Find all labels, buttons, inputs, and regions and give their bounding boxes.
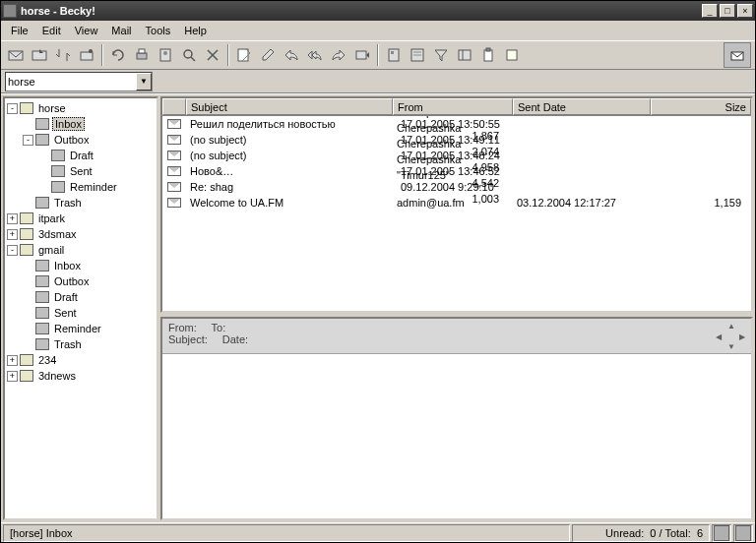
address-button[interactable] [155,44,176,66]
send-receive-button[interactable] [52,44,74,66]
col-subject[interactable]: Subject [186,98,393,115]
expand-toggle[interactable]: + [7,371,18,382]
message-row[interactable]: Welcome to UA.FMadmin@ua.fm03.12.2004 12… [162,195,751,211]
col-from[interactable]: From [393,98,513,115]
view-button[interactable] [454,44,475,66]
tree-item[interactable]: Reminder [7,321,155,336]
send-button[interactable] [29,44,50,66]
folder-icon [51,181,65,193]
tree-label: Inbox [52,117,85,131]
tree-item[interactable]: Draft [7,148,155,163]
maximize-button[interactable]: □ [720,4,735,18]
tree-item[interactable]: +3dnews [7,368,155,384]
main-area: -horseInbox-OutboxDraftSentReminderTrash… [1,93,755,522]
tree-item[interactable]: +234 [7,352,155,368]
tree-item[interactable]: Inbox [7,258,155,273]
nav-diamond[interactable]: ▲ ▼ ◀ ▶ [716,322,745,351]
expand-toggle [38,182,49,193]
tree-item[interactable]: +itpark [7,211,155,226]
preview-body [162,354,751,518]
message-row[interactable]: Re: shag"Timur125" 09.12.2004 9:29:101,0… [162,179,751,195]
tree-label: Sent [68,165,94,177]
tree-item[interactable]: Sent [7,305,155,321]
tree-label: Inbox [52,260,83,272]
svg-rect-15 [391,51,394,54]
expand-toggle [38,166,49,177]
menu-view[interactable]: View [69,23,104,38]
tree-item[interactable]: Reminder [7,179,155,195]
status-icon-2[interactable] [733,524,753,542]
tree-item[interactable]: Trash [7,195,155,211]
envelope-icon [162,119,186,129]
print-button[interactable] [131,44,153,66]
tree-item[interactable]: +3dsmax [7,226,155,242]
svg-rect-2 [81,52,93,60]
menu-edit[interactable]: Edit [36,23,67,38]
account-combo[interactable]: horse ▼ [5,72,153,91]
find-button[interactable] [178,44,200,66]
svg-rect-5 [139,49,145,53]
expand-toggle[interactable]: + [7,229,18,240]
cell-subject: (no subject) [186,150,393,161]
preview-header: From: To: Subject: Date: ▲ ▼ ◀ ▶ [162,319,751,354]
svg-point-7 [163,51,167,55]
svg-rect-19 [459,50,471,60]
expand-toggle [23,261,33,272]
tree-item[interactable]: Draft [7,289,155,305]
note-button[interactable] [501,44,523,66]
envelope-icon [162,151,186,160]
menu-help[interactable]: Help [178,23,213,38]
col-sort[interactable] [162,98,186,115]
tree-label: 234 [36,354,58,366]
tree-item[interactable]: Trash [7,336,155,352]
refresh-button[interactable] [107,44,129,66]
tree-item[interactable]: Inbox [7,116,155,132]
template-button[interactable] [407,44,428,66]
attach-button[interactable] [477,44,499,66]
check-mail-button[interactable] [5,44,27,66]
preview-from-label: From: [168,322,197,333]
reply-button[interactable] [281,44,302,66]
chevron-down-icon[interactable]: ▼ [136,73,152,90]
expand-toggle [23,276,33,287]
forward-button[interactable] [328,44,349,66]
logo-button[interactable] [724,42,751,68]
expand-toggle[interactable]: + [7,213,18,224]
tree-item[interactable]: -horse [7,100,155,116]
expand-toggle[interactable]: + [7,355,18,366]
col-size[interactable]: Size [651,98,751,115]
cell-subject: Решил поделиться новостью [186,118,393,130]
expand-toggle[interactable]: - [23,135,33,146]
edit-button[interactable] [257,44,279,66]
app-icon [3,4,17,18]
delete-button[interactable] [202,44,223,66]
folder-icon [35,291,49,303]
flag-button[interactable] [383,44,405,66]
remote-button[interactable] [76,44,97,66]
expand-toggle[interactable]: - [7,103,18,114]
svg-point-3 [89,49,93,53]
tree-item[interactable]: -gmail [7,242,155,258]
col-date[interactable]: Sent Date [513,98,651,115]
title-bar[interactable]: horse - Becky! _ □ × [1,1,755,21]
window-title: horse - Becky! [21,5,700,17]
message-list[interactable]: Subject From Sent Date Size Решил подели… [160,96,753,313]
tree-item[interactable]: Sent [7,163,155,179]
cell-subject: Ново&… [186,165,393,177]
folder-tree[interactable]: -horseInbox-OutboxDraftSentReminderTrash… [3,96,158,520]
expand-toggle[interactable]: - [7,245,18,256]
filter-button[interactable] [430,44,452,66]
minimize-button[interactable]: _ [702,4,718,18]
tree-item[interactable]: -Outbox [7,132,155,148]
compose-button[interactable] [233,44,255,66]
tree-item[interactable]: Outbox [7,273,155,289]
svg-rect-4 [137,53,147,59]
close-button[interactable]: × [737,4,753,18]
menu-file[interactable]: File [5,23,34,38]
reply-all-button[interactable] [304,44,326,66]
menu-tools[interactable]: Tools [140,23,177,38]
menu-mail[interactable]: Mail [105,23,137,38]
status-icon-1[interactable] [712,524,731,542]
redirect-button[interactable] [351,44,373,66]
cell-date: 03.12.2004 12:17:27 [513,197,651,209]
